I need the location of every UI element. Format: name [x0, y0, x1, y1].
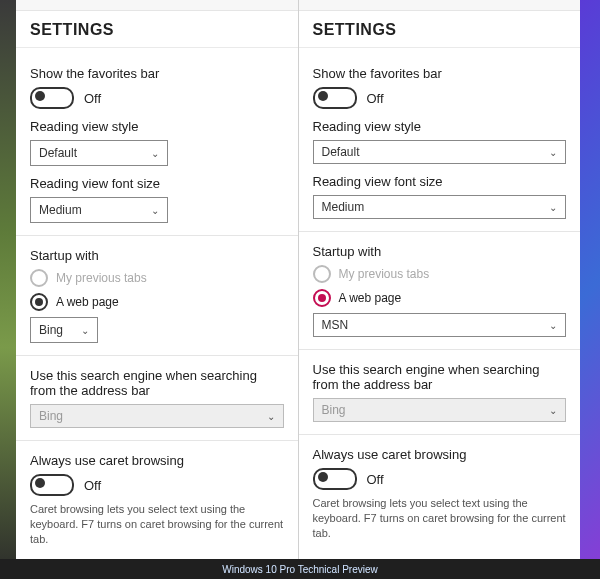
- search-engine-value: Bing: [39, 409, 63, 423]
- toolbar-icons: [16, 0, 298, 11]
- taskbar-text: Windows 10 Pro Technical Preview: [222, 564, 377, 575]
- settings-panels: SETTINGS Show the favorites bar Off Read…: [16, 0, 580, 559]
- startup-radio-previous: [30, 269, 48, 287]
- chevron-down-icon: ⌄: [267, 411, 275, 422]
- favorites-bar-label: Show the favorites bar: [30, 66, 284, 81]
- desktop-background-strip: [0, 0, 16, 579]
- startup-page-value: MSN: [322, 318, 349, 332]
- startup-previous-text: My previous tabs: [56, 271, 147, 285]
- caret-browsing-label: Always use caret browsing: [313, 447, 567, 462]
- search-engine-label: Use this search engine when searching fr…: [313, 362, 567, 392]
- reading-style-label: Reading view style: [30, 119, 284, 134]
- settings-heading: SETTINGS: [299, 11, 581, 48]
- caret-browsing-toggle[interactable]: [313, 468, 357, 490]
- startup-previous-text: My previous tabs: [339, 267, 430, 281]
- reading-style-select[interactable]: Default ⌄: [30, 140, 168, 166]
- search-engine-label: Use this search engine when searching fr…: [30, 368, 284, 398]
- chevron-down-icon: ⌄: [549, 202, 557, 213]
- startup-label: Startup with: [313, 244, 567, 259]
- caret-browsing-caption: Caret browsing lets you select text usin…: [313, 496, 567, 541]
- favorites-bar-toggle[interactable]: [30, 87, 74, 109]
- settings-panel-left: SETTINGS Show the favorites bar Off Read…: [16, 0, 299, 559]
- caret-browsing-state: Off: [367, 472, 384, 487]
- taskbar[interactable]: Windows 10 Pro Technical Preview: [0, 559, 600, 579]
- chevron-down-icon: ⌄: [151, 148, 159, 159]
- startup-page-select[interactable]: MSN ⌄: [313, 313, 567, 337]
- caret-browsing-caption: Caret browsing lets you select text usin…: [30, 502, 284, 547]
- caret-browsing-label: Always use caret browsing: [30, 453, 284, 468]
- startup-page-value: Bing: [39, 323, 63, 337]
- reading-style-label: Reading view style: [313, 119, 567, 134]
- search-engine-select: Bing ⌄: [30, 404, 284, 428]
- chevron-down-icon: ⌄: [151, 205, 159, 216]
- favorites-bar-state: Off: [367, 91, 384, 106]
- favorites-bar-toggle[interactable]: [313, 87, 357, 109]
- chevron-down-icon: ⌄: [549, 147, 557, 158]
- reading-font-select[interactable]: Medium ⌄: [313, 195, 567, 219]
- caret-browsing-state: Off: [84, 478, 101, 493]
- favorites-bar-state: Off: [84, 91, 101, 106]
- startup-radio-previous: [313, 265, 331, 283]
- search-engine-select: Bing ⌄: [313, 398, 567, 422]
- reading-style-value: Default: [39, 146, 77, 160]
- startup-page-select[interactable]: Bing ⌄: [30, 317, 98, 343]
- chevron-down-icon: ⌄: [81, 325, 89, 336]
- startup-radio-webpage[interactable]: [30, 293, 48, 311]
- reading-font-label: Reading view font size: [313, 174, 567, 189]
- chevron-down-icon: ⌄: [549, 320, 557, 331]
- startup-webpage-text: A web page: [56, 295, 119, 309]
- reading-style-select[interactable]: Default ⌄: [313, 140, 567, 164]
- reading-style-value: Default: [322, 145, 360, 159]
- toolbar-icons: [299, 0, 581, 11]
- caret-browsing-toggle[interactable]: [30, 474, 74, 496]
- settings-heading: SETTINGS: [16, 11, 298, 48]
- startup-radio-webpage[interactable]: [313, 289, 331, 307]
- startup-webpage-text: A web page: [339, 291, 402, 305]
- reading-font-select[interactable]: Medium ⌄: [30, 197, 168, 223]
- chevron-down-icon: ⌄: [549, 405, 557, 416]
- search-engine-value: Bing: [322, 403, 346, 417]
- reading-font-label: Reading view font size: [30, 176, 284, 191]
- desktop-background-right: [580, 0, 600, 579]
- reading-font-value: Medium: [322, 200, 365, 214]
- reading-font-value: Medium: [39, 203, 82, 217]
- favorites-bar-label: Show the favorites bar: [313, 66, 567, 81]
- startup-label: Startup with: [30, 248, 284, 263]
- settings-panel-right: SETTINGS Show the favorites bar Off Read…: [299, 0, 581, 559]
